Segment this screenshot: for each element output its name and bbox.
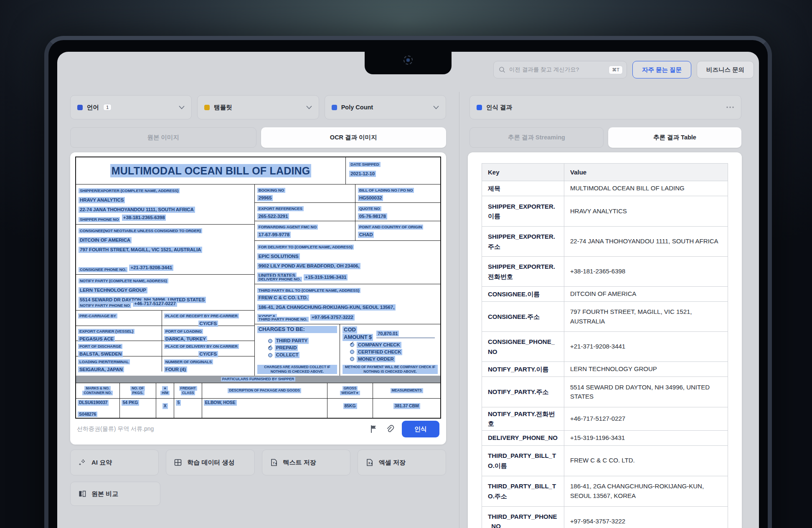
doc-value: 2021-12-10: [349, 171, 376, 177]
doc-goods-header: MARKS & NO.CONTAINER NO. NO. OFPKGS. ★H/…: [76, 383, 440, 399]
doc-value: LERN TECHNOLOGY GROUP: [79, 287, 147, 293]
doc-value: +15-319-1196-3431: [304, 274, 348, 280]
doc-goods-row: DLSU6190037S048276 54 PKG X 5 ELBOW, HOS…: [76, 399, 440, 418]
doc-label: CONSIGNEE PHONE NO.: [79, 267, 127, 272]
doc-references-grid: BOOKING NO29965 BILL OF LADING NO / PO N…: [255, 184, 440, 241]
chevron-down-icon: [306, 106, 312, 109]
table-row: SHIPPER_EXPORTER.주소22-74 JANA THOHOYANDO…: [482, 227, 728, 257]
image-tabs: 원본 이미지 OCR 결과 이미지: [70, 127, 446, 148]
search-shortcut-badge: ⌘T: [609, 66, 623, 74]
doc-value: 05-76-98178: [358, 213, 387, 220]
doc-radio-collect: COLLECT: [268, 352, 337, 358]
faq-button[interactable]: 자주 묻는 질문: [632, 61, 691, 78]
key-value-table: Key Value 제목MULTIMODAL OCEAN BILL OF LAD…: [482, 163, 728, 528]
document-card: MULTIMODAL OCEAN BILL OF LADING DATE SHI…: [70, 152, 446, 445]
doc-check-company-check: COMPANY CHECK: [350, 342, 438, 348]
doc-label: CHARGES TO BE:: [257, 326, 337, 333]
doc-label: FORWARDING AGENT FMC NO: [257, 225, 318, 230]
result-panel-title: 인식 결과: [486, 104, 512, 111]
webcam-icon: [403, 56, 413, 65]
table-row: SHIPPER_EXPORTER.전화번호+38-181-2365-6398: [482, 257, 728, 287]
doc-label: SHIPPER PHONE NO: [79, 217, 120, 222]
column-header-key: Key: [482, 164, 564, 181]
doc-label: PLACE OF DELIVERY BY ON CARRIER: [164, 344, 239, 349]
chevron-down-icon: [433, 106, 439, 109]
tab-ocr-result-image[interactable]: OCR 결과 이미지: [261, 127, 447, 148]
table-row: CONSIGNEE.주소797 FOURTH STREET, MAGILL, V…: [482, 302, 728, 332]
table-row: DELIVERY_PHONE_NO+15-319-1196-3431: [482, 430, 728, 445]
result-table-card: Key Value 제목MULTIMODAL OCEAN BILL OF LAD…: [468, 152, 742, 528]
poly-count-label: Poly Count: [341, 104, 373, 111]
save-excel-button[interactable]: X 엑셀 저장: [358, 450, 446, 475]
table-row: CONSIGNEE_PHONE_NO+21-371-9208-3441: [482, 332, 728, 362]
svg-text:X: X: [368, 461, 370, 465]
flag-icon[interactable]: [370, 425, 378, 433]
search-input[interactable]: 이전 결과를 찾고 계신가요? ⌘T: [493, 61, 627, 78]
table-row: SHIPPER_EXPORTER.이름HRAVY ANALYTICS: [482, 196, 728, 227]
doc-label: AMOUNT $: [343, 334, 373, 341]
template-label: 탬플릿: [214, 104, 232, 111]
doc-label: BILL OF LADING NO / PO NO: [358, 188, 414, 193]
doc-label: PLACE OF RECEIPT BY PRE-CARRIER: [164, 313, 239, 318]
doc-label: LOADING PIER/TERMINAL: [78, 359, 130, 364]
doc-label: CONSIGNEE(NOT NEOTIABLE UNLESS CONSIGNED…: [79, 228, 202, 233]
business-contact-button[interactable]: 비즈니스 문의: [697, 61, 754, 78]
ai-sparkle-icon: [78, 458, 86, 467]
screen: 이전 결과를 찾고 계신가요? ⌘T 자주 묻는 질문 비즈니스 문의 언어 1: [57, 52, 759, 528]
doc-check-certified-check: CERTIFIED CHECK: [350, 349, 438, 355]
language-dropdown[interactable]: 언어 1: [70, 95, 192, 119]
doc-label: PORT OF LOADING: [164, 329, 203, 334]
doc-value: EPIC SOLUTIONS: [257, 253, 300, 260]
paperclip-icon[interactable]: [385, 425, 394, 433]
language-label: 언어: [87, 104, 99, 111]
result-panel-header: 인식 결과: [469, 95, 741, 119]
action-buttons-row-2: 원본 비교: [70, 482, 160, 506]
save-text-button[interactable]: T 텍스트 저장: [262, 450, 350, 475]
doc-label: POINT AND COUNTRY OF ORIGIN: [358, 225, 424, 230]
column-header-value: Value: [564, 164, 728, 181]
action-buttons-row: AI 요약 학습 데이터 생성 T 텍스트 저장 X: [70, 450, 446, 475]
ai-summary-button[interactable]: AI 요약: [70, 450, 159, 475]
language-count-badge: 1: [103, 104, 112, 111]
result-tabs: 추론 결과 Streaming 추론 결과 Table: [469, 127, 741, 148]
doc-label: NUMBER OF ORIGINALS: [164, 359, 213, 364]
doc-label: EXPORT REFERENCES: [257, 206, 304, 211]
compare-icon: [78, 490, 86, 498]
recognize-button[interactable]: 인식: [402, 421, 439, 437]
tab-inference-table[interactable]: 추론 결과 Table: [608, 127, 741, 148]
panel-divider: [459, 92, 459, 528]
compare-original-button[interactable]: 원본 비교: [70, 482, 160, 506]
tab-original-image[interactable]: 원본 이미지: [70, 127, 256, 148]
doc-value: 186-41, 2GA CHANGCHUNG-ROKIJANG-KUN, SEO…: [257, 304, 396, 311]
doc-value: HG500032: [358, 195, 383, 201]
table-row: NOTIFY_PARTY.전화번호+46-717-5127-0227: [482, 407, 728, 431]
doc-label: NOTIFY PARTY (COMPLETE NAME, ADDRESS): [79, 278, 168, 283]
desktop-backdrop: 이전 결과를 찾고 계신가요? ⌘T 자주 묻는 질문 비즈니스 문의 언어 1: [0, 0, 812, 528]
doc-label: NOTIFY PARTY PHONE NO: [79, 303, 131, 308]
training-data-button[interactable]: 학습 데이터 생성: [166, 450, 254, 475]
language-icon: [77, 105, 83, 110]
table-row: THIRD_PARTY_BILL_TO.이름FREW C & C CO. LTD…: [482, 445, 728, 476]
doc-note: CHARGES ARE ASSUMED COLLECT IF NOTHING I…: [257, 365, 337, 374]
doc-particulars-banner: PARTICULARS FURNISHED BY SHIPPER: [76, 376, 440, 383]
doc-value: +38-181-2365-6398: [122, 215, 166, 221]
template-dropdown[interactable]: 탬플릿: [197, 95, 319, 119]
filter-row: 언어 1 탬플릿 Poly Count: [70, 95, 446, 119]
doc-value: 265-522-3291: [257, 213, 289, 220]
result-icon: [477, 105, 482, 110]
bill-of-lading-document: MULTIMODAL OCEAN BILL OF LADING DATE SHI…: [75, 157, 441, 419]
doc-label: THIRD PARTY BILL TO (COMPLETE NAME, ADDR…: [257, 288, 361, 293]
poly-count-dropdown[interactable]: Poly Count: [325, 95, 446, 119]
template-icon: [204, 105, 210, 110]
file-row: 선하증권(물류) 무역 서류.png 인식: [75, 419, 441, 440]
table-row: NOTIFY_PARTY.이름LERN TECHNOLOGY GROUP: [482, 362, 728, 377]
svg-text:T: T: [273, 461, 275, 465]
doc-check-money-order: MONEY ORDER: [350, 356, 438, 362]
chevron-down-icon: [179, 106, 185, 109]
tab-inference-streaming[interactable]: 추론 결과 Streaming: [469, 127, 604, 148]
ellipsis-menu-icon[interactable]: [726, 106, 734, 109]
doc-value: HRAVY ANALYTICS: [79, 197, 125, 203]
table-row: THIRD_PARTY_PHONE_NO+97-954-3757-3222: [482, 506, 728, 528]
text-file-download-icon: T: [270, 458, 278, 467]
doc-consignee-section: CONSIGNEE(NOT NEOTIABLE UNLESS CONSIGNED…: [76, 225, 254, 275]
